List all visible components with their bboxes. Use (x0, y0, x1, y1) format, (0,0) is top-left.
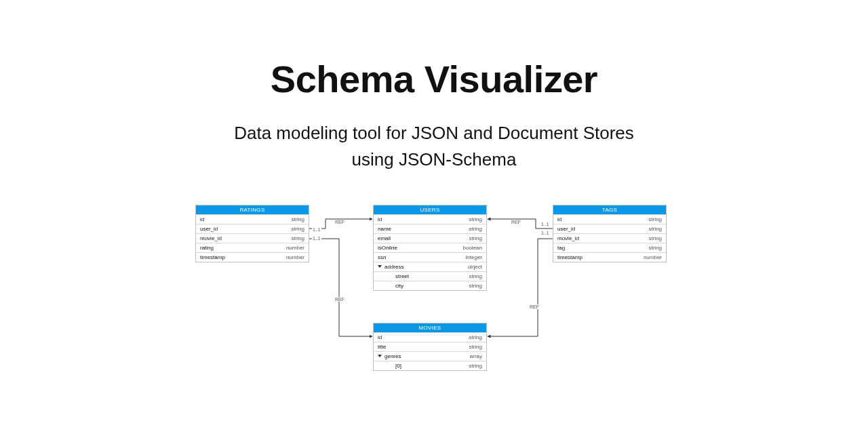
table-row[interactable]: idstring (374, 214, 486, 224)
table-movies[interactable]: MOVIES idstring titlestring genresarray … (373, 323, 487, 371)
field-type: string (469, 344, 482, 350)
field-type: string (469, 273, 482, 279)
chevron-down-icon[interactable] (378, 355, 382, 357)
table-row[interactable]: ratingnumber (196, 243, 309, 252)
field-type: string (291, 226, 304, 232)
edge-ref-label: REF (334, 297, 345, 302)
field-name: street (378, 273, 409, 279)
table-row[interactable]: user_idstring (553, 224, 666, 233)
field-name: timestamp (557, 254, 583, 260)
table-row[interactable]: genresarray (374, 351, 486, 361)
edge-ref-label: REF (529, 304, 540, 309)
field-type: string (648, 226, 662, 232)
table-row[interactable]: streetstring (374, 271, 486, 281)
subtitle-line2: using JSON-Schema (352, 149, 517, 170)
field-name: user_id (200, 226, 218, 232)
field-type: string (469, 334, 482, 340)
field-name: id (378, 216, 382, 222)
field-type: string (648, 245, 662, 251)
field-name: id (378, 334, 382, 340)
table-row[interactable]: movie_idstring (553, 233, 666, 243)
table-row[interactable]: idstring (374, 332, 486, 342)
edge-card-label: 1..1 (540, 231, 550, 235)
field-name: isOnline (378, 245, 397, 251)
page-subtitle: Data modeling tool for JSON and Document… (0, 120, 868, 173)
field-type: string (469, 363, 482, 369)
field-type: string (469, 283, 482, 289)
field-type: string (291, 216, 304, 222)
field-name: genres (378, 353, 401, 359)
chevron-down-icon[interactable] (378, 265, 382, 268)
edge-card-label: 1..1 (312, 227, 321, 232)
field-type: integer (466, 254, 482, 260)
table-row[interactable]: idstring (553, 214, 666, 224)
field-type: string (648, 216, 662, 222)
table-row[interactable]: citystring (374, 281, 486, 290)
table-tags[interactable]: TAGS idstring user_idstring movie_idstri… (553, 205, 667, 262)
table-row[interactable]: timestampnumber (196, 252, 309, 262)
table-header-ratings: RATINGS (196, 205, 309, 214)
table-header-tags: TAGS (553, 205, 666, 214)
table-row[interactable]: movie_idstring (196, 233, 309, 243)
table-row[interactable]: idstring (196, 214, 309, 224)
field-name: tag (557, 245, 565, 251)
field-type: string (648, 235, 662, 241)
field-name: user_id (557, 226, 575, 232)
field-name: movie_id (200, 235, 222, 241)
table-header-movies: MOVIES (374, 323, 486, 332)
field-name: timestamp (200, 254, 225, 260)
field-name: rating (200, 245, 214, 251)
field-name: movie_id (557, 235, 579, 241)
field-type: object (468, 264, 482, 270)
table-row[interactable]: addressobject (374, 262, 486, 271)
table-row[interactable]: emailstring (374, 233, 486, 243)
table-row[interactable]: timestampnumber (553, 252, 666, 262)
table-users[interactable]: USERS idstring namestring emailstring is… (373, 205, 487, 291)
field-name: address (378, 264, 403, 270)
field-name: city (378, 283, 403, 289)
field-type: string (291, 235, 304, 241)
table-row[interactable]: [0]string (374, 361, 486, 370)
table-row[interactable]: titlestring (374, 342, 486, 351)
field-type: number (286, 254, 304, 260)
field-type: string (469, 216, 482, 222)
table-row[interactable]: isOnlineboolean (374, 243, 486, 252)
field-name: id (200, 216, 204, 222)
field-type: number (286, 245, 304, 251)
subtitle-line1: Data modeling tool for JSON and Document… (234, 123, 634, 143)
field-type: string (469, 226, 482, 232)
table-row[interactable]: tagstring (553, 243, 666, 252)
field-name: id (557, 216, 561, 222)
edge-card-label: 1..1 (540, 222, 550, 226)
field-name: title (378, 344, 386, 350)
table-header-users: USERS (374, 205, 486, 214)
table-row[interactable]: user_idstring (196, 224, 309, 233)
field-name: name (378, 226, 391, 232)
field-type: number (644, 254, 662, 260)
field-type: array (470, 353, 482, 359)
table-row[interactable]: namestring (374, 224, 486, 233)
field-name: ssn (378, 254, 386, 260)
field-type: boolean (463, 245, 482, 251)
edge-ref-label: REF (511, 220, 521, 224)
table-row[interactable]: ssninteger (374, 252, 486, 262)
table-ratings[interactable]: RATINGS idstring user_idstring movie_ids… (195, 205, 309, 262)
diagram-canvas: REF 1..1 1..1 REF 1..1 1..1 REF REF RATI… (0, 198, 868, 401)
field-name: [0] (378, 363, 401, 369)
page-title: Schema Visualizer (0, 0, 868, 101)
edge-card-label: 1..1 (312, 236, 321, 241)
field-type: string (469, 235, 482, 241)
field-name: email (378, 235, 391, 241)
edge-ref-label: REF (334, 220, 345, 224)
